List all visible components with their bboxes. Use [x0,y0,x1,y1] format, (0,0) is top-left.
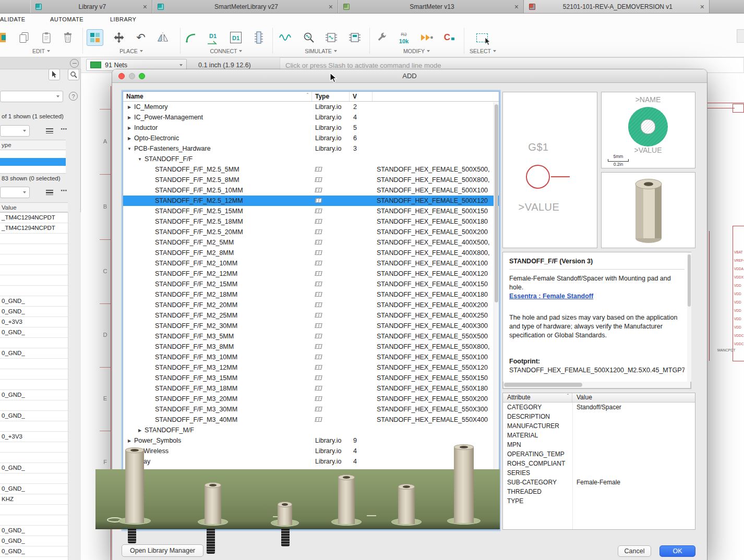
tree-row[interactable]: STANDOFF_F/F_M3_40MMSTANDOFF_HEX_FEMALE_… [123,415,499,425]
collapse-arrow-icon[interactable]: ▼ [137,157,143,162]
tree-row[interactable]: STANDOFF_F/F_M2.5_12MMSTANDOFF_HEX_FEMAL… [123,196,499,206]
delete-icon[interactable] [59,29,76,46]
list-item[interactable] [0,557,68,560]
tree-row[interactable]: STANDOFF_F/F_M2_20MMSTANDOFF_HEX_FEMALE_… [123,300,499,310]
toolbar-group-place[interactable]: PLACE [82,47,180,55]
list-item[interactable] [0,244,68,254]
cancel-button[interactable]: Cancel [618,545,651,557]
list-item[interactable] [0,265,68,275]
list-item[interactable] [0,286,68,296]
list-item[interactable]: 0_GND_ [0,463,68,473]
list-item[interactable] [0,442,68,453]
list-item[interactable]: 0_GND_ [0,546,68,557]
column-type[interactable]: Type [312,92,350,101]
list-item[interactable] [0,473,68,484]
model-3d-preview[interactable] [601,172,695,248]
list-item[interactable]: 0_GND_ [0,536,68,546]
tree-row[interactable]: STANDOFF_F/F_M2_12MMSTANDOFF_HEX_FEMALE_… [123,269,499,279]
tree-row[interactable]: STANDOFF_F/F_M2_10MMSTANDOFF_HEX_FEMALE_… [123,258,499,269]
simulate-wave-icon[interactable] [277,29,294,46]
list-item[interactable]: KHZ [0,494,68,505]
select-tool-icon[interactable] [474,29,490,46]
tree-row[interactable]: STANDOFF_F/F_M3_12MMSTANDOFF_HEX_FEMALE_… [123,362,499,373]
list-view-icon[interactable] [46,128,53,133]
datasheet-link[interactable]: Essentra : Female Standoff [509,293,593,300]
tree-row[interactable]: STANDOFF_F/F_M3_15MMSTANDOFF_HEX_FEMALE_… [123,373,499,383]
list-item[interactable]: 0_+3V3 [0,317,68,327]
list-item[interactable]: _TM4C1294NCPDT [0,213,68,223]
label-tool-icon[interactable]: D1 [205,29,221,46]
tree-row[interactable]: ▶InductorLibrary.io5 [123,123,499,133]
description-hscrollbar[interactable] [503,382,691,388]
attribute-row[interactable]: CATEGORYStandoff/Spacer [503,403,695,412]
list-item-selected[interactable] [0,158,66,166]
tree-row[interactable]: STANDOFF_F/F_M2_30MMSTANDOFF_HEX_FEMALE_… [123,321,499,331]
doc-tab[interactable]: SmartMeterLibrary v27× [152,0,338,13]
tree-row[interactable]: STANDOFF_F/F_M2.5_5MMSTANDOFF_HEX_FEMALE… [123,164,499,175]
list-item[interactable] [0,359,68,369]
close-icon[interactable]: × [329,3,333,10]
add-part-tool-icon[interactable] [87,29,103,46]
list-item[interactable] [0,421,68,432]
tree-row[interactable]: STANDOFF_F/F_M2_25MMSTANDOFF_HEX_FEMALE_… [123,310,499,321]
tree-row[interactable]: STANDOFF_F/F_M3_20MMSTANDOFF_HEX_FEMALE_… [123,394,499,404]
list-item[interactable] [0,380,68,390]
column-value[interactable]: Value [572,393,695,402]
column-version[interactable]: V [350,92,373,101]
description-vscrollbar[interactable] [687,252,691,382]
list-item[interactable] [0,275,68,286]
more-options-icon[interactable]: ⋯ [61,187,68,194]
toolbar-group-edit[interactable]: EDIT [0,47,82,55]
tree-row[interactable]: STANDOFF_F/F_M2.5_20MMSTANDOFF_HEX_FEMAL… [123,227,499,237]
list-item[interactable]: 0_GND_ [0,411,68,421]
expand-arrow-icon[interactable]: ▶ [137,428,143,433]
column-attribute[interactable]: Attribute ˆ [503,393,572,402]
ribbon-tab-validate[interactable]: ALIDATE [0,16,26,22]
tree-row[interactable]: ▼STANDOFF_F/F [123,154,499,164]
tree-row[interactable]: STANDOFF_F/F_M2.5_18MMSTANDOFF_HEX_FEMAL… [123,216,499,227]
doc-tab[interactable]: SmartMeter v13× [338,0,524,13]
list-item[interactable] [0,150,66,158]
close-icon[interactable]: × [143,3,147,10]
expand-arrow-icon[interactable]: ▶ [126,105,133,109]
tree-row[interactable]: ▶IC_Power-ManagementLibrary.io4 [123,112,499,123]
expand-arrow-icon[interactable]: ▶ [126,126,133,130]
ribbon-tab-library[interactable]: LIBRARY [110,16,136,22]
list-item[interactable]: 0_GND_ [0,348,68,359]
filter-select-2[interactable] [0,125,30,137]
more-options-icon[interactable]: ⋯ [61,125,68,133]
attribute-row[interactable]: DESCRIPTION [503,412,695,421]
attribute-row[interactable]: MATERIAL [503,431,695,440]
merge-icon[interactable] [418,29,435,46]
dialog-titlebar[interactable]: ADD [112,69,707,83]
expand-arrow-icon[interactable]: ▶ [126,136,133,141]
minimize-window-button[interactable] [129,73,135,79]
attribute-row[interactable]: ROHS_COMPLIANT [503,459,695,468]
tree-row[interactable]: STANDOFF_F/F_M3_5MMSTANDOFF_HEX_FEMALE_5… [123,331,499,342]
toolbar-group-select[interactable]: SELECT [464,47,502,55]
probe-icon[interactable] [301,29,317,46]
tree-row[interactable]: STANDOFF_F/F_M3_18MMSTANDOFF_HEX_FEMALE_… [123,383,499,394]
list-item[interactable] [0,400,68,411]
tree-row[interactable]: STANDOFF_F/F_M2.5_8MMSTANDOFF_HEX_FEMALE… [123,175,499,185]
tree-row[interactable]: STANDOFF_F/F_M2.5_10MMSTANDOFF_HEX_FEMAL… [123,185,499,196]
list-item[interactable] [0,505,68,515]
tree-row[interactable]: STANDOFF_F/F_M3_8MMSTANDOFF_HEX_FEMALE_5… [123,342,499,352]
tree-row[interactable]: ▶Opto-ElectronicLibrary.io6 [123,133,499,143]
zoom-window-button[interactable] [139,73,145,79]
clipped-tool-icon[interactable] [0,29,7,46]
model-ic-icon[interactable] [323,29,340,46]
tree-row[interactable]: STANDOFF_F/F_M3_10MMSTANDOFF_HEX_FEMALE_… [123,352,499,362]
close-icon[interactable]: × [700,3,704,10]
ribbon-tab-automate[interactable]: AUTOMATE [50,16,83,22]
attribute-row[interactable]: SUB-CATEGORYFemale-Female [503,478,695,487]
column-header-value[interactable]: Value [0,202,68,212]
doc-tab[interactable]: 52101-101-REV-A_DEMOVERSION v1× [524,0,710,13]
collapse-panel-icon[interactable] [70,59,79,68]
net-list-scrollbar[interactable] [68,212,81,560]
attribute-row[interactable]: THREADED [503,487,695,496]
move-icon[interactable] [111,29,127,46]
name-tool-icon[interactable]: D1 [227,29,244,46]
list-item[interactable] [0,254,68,265]
list-item[interactable]: 0_GND_ [0,390,68,400]
